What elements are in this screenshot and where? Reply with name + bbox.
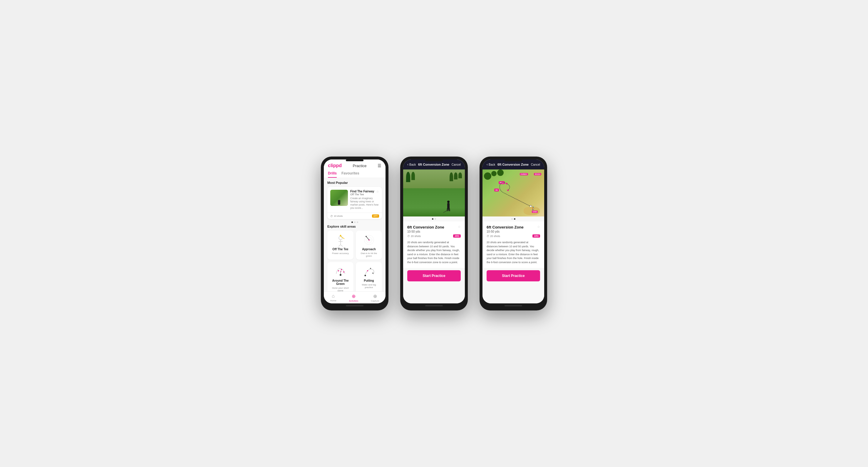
hero-map: FAIRWAY ROUGH Miss Hit	[483, 169, 544, 216]
skill-around-the-green[interactable]: Around The Green Hone your short game	[327, 262, 353, 291]
sand-label: SAND	[532, 210, 538, 213]
clock-icon-3: ⏱	[487, 235, 489, 238]
svg-point-0	[339, 236, 342, 240]
skill-desc-ott: Power accuracy	[332, 252, 349, 255]
photo-dot	[435, 218, 436, 220]
most-popular-label: Most Popular	[327, 181, 382, 185]
app-logo: clippd	[328, 163, 342, 168]
cancel-button-2[interactable]: Cancel	[452, 163, 461, 166]
skill-desc-approach: Dial-in to hit the green	[358, 252, 380, 257]
menu-icon[interactable]: ☰	[378, 163, 381, 168]
phone-3: ‹ Back 6ft Conversion Zone Cancel FAI	[479, 157, 547, 310]
drill-name-3: 6ft Conversion Zone	[487, 225, 524, 229]
detail-body-2: 6ft Conversion Zone 10-50 yds ☆ ⏱ 20 sho…	[403, 169, 465, 303]
detail-title-2: 6ft Conversion Zone	[418, 163, 449, 166]
map-golfer-figure: 🏌️	[531, 206, 535, 210]
skill-name-ott: Off The Tee	[332, 247, 348, 251]
drill-range-2: 10-50 yds	[407, 230, 444, 233]
tabs-row: Drills Favourites	[328, 171, 381, 178]
skill-name-approach: Approach	[362, 247, 376, 251]
home-icon: ⌂	[332, 293, 335, 299]
svg-point-20	[370, 268, 371, 269]
skill-name-putting: Putting	[364, 279, 374, 282]
clock-icon-2: ⏱	[407, 235, 410, 238]
tab-drills[interactable]: Drills	[328, 171, 337, 178]
svg-point-16	[340, 274, 341, 276]
drill-content-2: 6ft Conversion Zone 10-50 yds ☆ ⏱ 20 sho…	[403, 222, 465, 268]
svg-point-12	[366, 236, 367, 237]
back-button-2[interactable]: ‹ Back	[407, 162, 416, 167]
drill-tag: OTT	[372, 214, 379, 218]
shots-count-2: 20 shots	[411, 235, 421, 238]
clock-icon: ⏱	[330, 215, 333, 218]
nav-capture[interactable]: ⊕ Capture	[371, 293, 379, 302]
skill-desc-putting: Make and lag practice	[358, 283, 380, 289]
detail-body-3: FAIRWAY ROUGH Miss Hit	[483, 169, 544, 303]
dot-2	[354, 222, 355, 223]
chevron-left-icon-3: ‹	[487, 162, 488, 167]
drill-tag-3: ARG	[532, 234, 540, 238]
bottom-nav: ⌂ Home ⊕ Activities ⊕ Capture	[324, 291, 385, 303]
map-dot-1	[511, 218, 513, 220]
start-practice-button-2[interactable]: Start Practice	[407, 270, 461, 281]
nav-home[interactable]: ⌂ Home	[330, 293, 336, 302]
hero-photo	[403, 169, 465, 216]
off-the-tee-icon	[333, 234, 348, 246]
shots-count: 10 shots	[334, 215, 343, 218]
tab-favourites[interactable]: Favourites	[341, 171, 360, 178]
skill-putting[interactable]: Putting Make and lag practice	[356, 262, 382, 291]
drill-desc: Create an imaginary fairway using trees …	[350, 197, 379, 210]
back-button-3[interactable]: ‹ Back	[487, 162, 495, 167]
putting-icon	[362, 265, 376, 278]
nav-activities[interactable]: ⊕ Activities	[349, 293, 359, 302]
featured-drill-card[interactable]: Find The Fairway Off The Tee ☆ Create an…	[327, 187, 382, 219]
detail-title-3: 6ft Conversion Zone	[497, 163, 529, 166]
drill-thumbnail	[330, 190, 348, 206]
skill-off-the-tee[interactable]: Off The Tee Power accuracy	[327, 231, 353, 260]
nav-home-label: Home	[330, 299, 336, 302]
card-content: Find The Fairway Off The Tee ☆ Create an…	[350, 190, 379, 210]
drill-name-2: 6ft Conversion Zone	[407, 225, 444, 229]
skill-approach[interactable]: Approach Dial-in to hit the green	[356, 231, 382, 260]
skill-name-atg: Around The Green	[330, 279, 351, 286]
svg-point-18	[364, 275, 366, 276]
favourite-icon-2[interactable]: ☆	[458, 225, 461, 229]
nav-activities-label: Activities	[349, 300, 359, 302]
dot-1	[351, 222, 353, 223]
svg-point-5	[340, 235, 341, 236]
capture-icon: ⊕	[373, 293, 377, 299]
explore-label: Explore skill areas	[327, 225, 382, 228]
svg-line-4	[341, 245, 343, 246]
drill-desc-2: 20 shots are randomly generated at dista…	[407, 240, 461, 264]
page-title: Practice	[353, 164, 367, 168]
start-practice-button-3[interactable]: Start Practice	[487, 270, 540, 281]
drill-content-3: 6ft Conversion Zone 10-50 yds ☆ ⏱ 20 sho…	[483, 222, 544, 268]
chevron-left-icon: ‹	[407, 162, 408, 167]
nav-capture-label: Capture	[371, 300, 379, 302]
svg-line-3	[339, 245, 341, 246]
drill-desc-3: 20 shots are randomly generated at dista…	[487, 240, 540, 264]
scene: clippd Practice ☰ Drills Favourites Most…	[303, 139, 565, 328]
svg-point-21	[372, 273, 373, 274]
favourite-icon[interactable]: ☆	[376, 190, 379, 194]
image-dots-3	[483, 216, 544, 222]
svg-point-14	[341, 269, 342, 270]
dot-3	[357, 222, 358, 223]
around-the-green-icon	[333, 265, 348, 278]
favourite-icon-3[interactable]: ☆	[537, 225, 540, 229]
svg-point-24	[507, 190, 508, 191]
image-dots-2	[403, 216, 465, 222]
svg-point-13	[338, 270, 339, 271]
svg-point-23	[506, 183, 507, 184]
skill-desc-atg: Hone your short game	[330, 287, 351, 291]
svg-point-15	[343, 271, 344, 273]
drill-title: Find The Fairway	[350, 190, 374, 193]
phone-2: ‹ Back 6ft Conversion Zone Cancel	[400, 157, 468, 310]
drill-range-3: 10-50 yds	[487, 230, 524, 233]
map-dot-active	[514, 218, 516, 220]
cancel-button-3[interactable]: Cancel	[531, 163, 540, 166]
phone-1: clippd Practice ☰ Drills Favourites Most…	[321, 157, 389, 310]
photo-dot-active	[432, 218, 433, 220]
drill-subtitle: Off The Tee	[350, 193, 374, 196]
approach-icon	[362, 234, 376, 246]
